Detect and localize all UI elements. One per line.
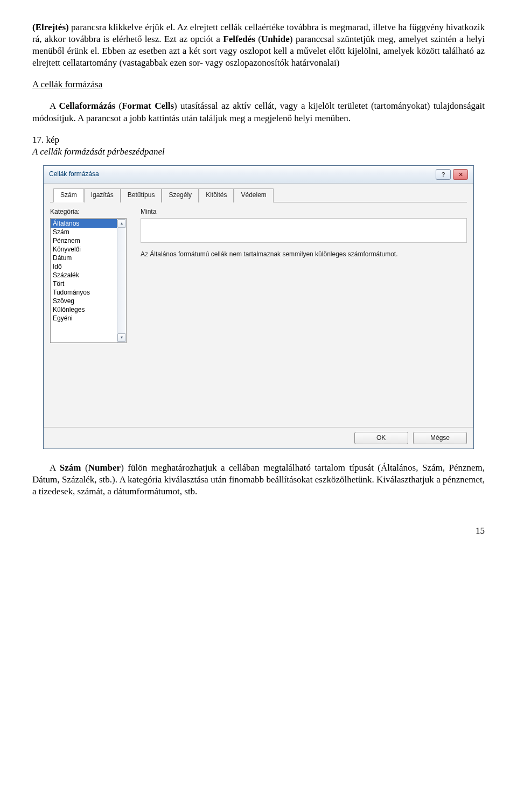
cancel-button[interactable]: Mégse — [413, 432, 467, 445]
cmd-unhide-en: Unhide — [261, 34, 290, 44]
p1-d: ( — [255, 34, 261, 44]
tab-fill[interactable]: Kitöltés — [199, 188, 234, 203]
list-item[interactable]: Százalék — [51, 271, 117, 279]
p2-c: ( — [115, 101, 122, 111]
list-item[interactable]: Tört — [51, 279, 117, 288]
paragraph-3: A Szám (Number) fülön meghatározhatjuk a… — [32, 462, 485, 498]
sample-label: Minta — [141, 208, 467, 216]
tab-font[interactable]: Betűtípus — [121, 188, 162, 203]
figure-number: 17. kép — [32, 135, 59, 145]
category-label: Kategória: — [50, 208, 131, 216]
dialog-body: Szám Igazítás Betűtípus Szegély Kitöltés… — [44, 184, 473, 427]
scroll-up-icon[interactable]: ▴ — [117, 219, 126, 228]
list-item[interactable]: Szám — [51, 228, 117, 236]
list-item[interactable]: Dátum — [51, 254, 117, 262]
p3-a: A — [50, 463, 60, 473]
help-button[interactable]: ? — [436, 169, 451, 180]
list-item[interactable]: Pénznem — [51, 236, 117, 245]
heading-cell-formatting: A cellák formázása — [32, 79, 102, 89]
figure-caption: 17. kép A cellák formázását párbeszédpan… — [32, 134, 485, 158]
dialog-titlebar: Cellák formázása ? ✕ — [44, 166, 473, 184]
close-button[interactable]: ✕ — [453, 169, 468, 180]
cmd-unhide-hu: Felfedés — [223, 34, 255, 44]
list-item[interactable]: Könyvelői — [51, 245, 117, 254]
listbox-scrollbar[interactable]: ▴ ▾ — [117, 219, 126, 342]
category-column: Kategória: Általános Szám Pénznem Könyve… — [50, 208, 131, 420]
paragraph-2: A Cellaformázás (Format Cells) utasításs… — [32, 100, 485, 124]
tab-alignment[interactable]: Igazítás — [84, 188, 121, 203]
list-item[interactable]: Szöveg — [51, 297, 117, 305]
category-listbox[interactable]: Általános Szám Pénznem Könyvelői Dátum I… — [50, 218, 127, 343]
scroll-down-icon[interactable]: ▾ — [117, 333, 126, 342]
preview-column: Minta Az Általános formátumú cellák nem … — [141, 208, 467, 420]
dialog-content: Kategória: Általános Szám Pénznem Könyve… — [50, 208, 467, 420]
p2-a: A — [50, 101, 59, 111]
cmd-formatcells-en: Format Cells — [122, 101, 174, 111]
tab-number-en: Number — [88, 463, 121, 473]
tab-border[interactable]: Szegély — [162, 188, 199, 203]
page-number: 15 — [32, 525, 485, 537]
section-heading: A cellák formázása — [32, 79, 485, 90]
paragraph-1: ((Elrejtés)Elrejtés) parancsra klikkelve… — [32, 22, 485, 69]
cmd-formatcells-hu: Cellaformázás — [59, 101, 116, 111]
list-item[interactable]: Különleges — [51, 305, 117, 314]
category-list: Általános Szám Pénznem Könyvelői Dátum I… — [51, 219, 117, 342]
p3-c: ( — [81, 463, 88, 473]
list-item[interactable]: Általános — [51, 219, 117, 228]
sample-box — [141, 218, 467, 243]
category-description: Az Általános formátumú cellák nem tartal… — [141, 250, 467, 259]
tab-number-hu: Szám — [60, 463, 81, 473]
dialog-footer: OK Mégse — [44, 427, 473, 449]
dialog-tabs: Szám Igazítás Betűtípus Szegély Kitöltés… — [50, 188, 467, 203]
list-item[interactable]: Egyéni — [51, 314, 117, 323]
tab-number[interactable]: Szám — [53, 188, 84, 203]
list-item[interactable]: Idő — [51, 262, 117, 271]
list-item[interactable]: Tudományos — [51, 288, 117, 297]
ok-button[interactable]: OK — [354, 432, 408, 445]
dialog-title: Cellák formázása — [49, 170, 434, 179]
dialog-spacer — [141, 259, 467, 421]
figure-title: A cellák formázását párbeszédpanel — [32, 146, 165, 157]
tab-protection[interactable]: Védelem — [234, 188, 273, 203]
format-cells-dialog: Cellák formázása ? ✕ Szám Igazítás Betűt… — [43, 165, 474, 449]
